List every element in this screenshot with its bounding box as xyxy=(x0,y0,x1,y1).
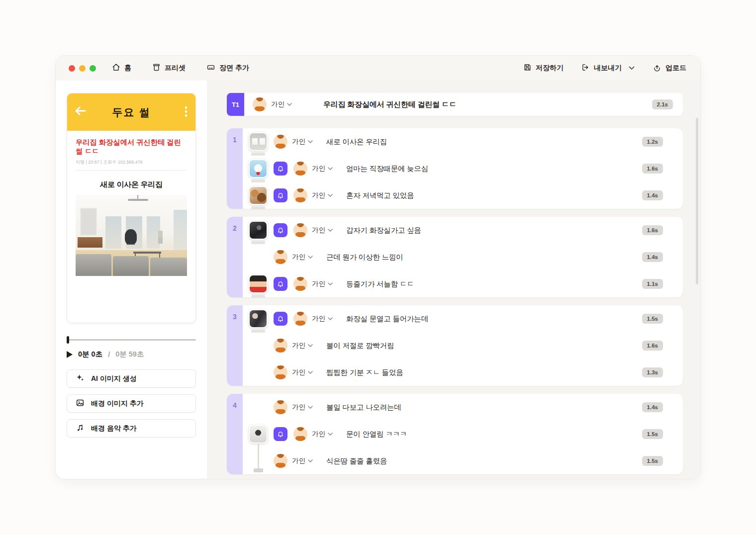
character-select[interactable]: 가인 xyxy=(312,279,333,288)
script-row: 가인 불이 저절로 깜빡거림 1.6s xyxy=(243,332,683,359)
floor-lamp-stand xyxy=(258,444,259,469)
bell-icon[interactable] xyxy=(274,162,287,176)
duration-badge[interactable]: 1.3s xyxy=(642,367,663,377)
character-select[interactable]: 가인 xyxy=(312,430,333,439)
upload-button[interactable]: 업로드 xyxy=(653,63,686,73)
script-line[interactable]: 불이 저절로 깜빡거림 xyxy=(326,341,394,351)
export-dropdown-chevron[interactable] xyxy=(629,66,635,70)
title-track-row[interactable]: T1 가인 우리집 화장실에서 귀신한테 걸린썰 ㄷㄷ 2.1s xyxy=(227,93,683,116)
character-avatar[interactable] xyxy=(274,365,287,379)
duration-badge[interactable]: 1.2s xyxy=(642,137,663,147)
character-select[interactable]: 가인 xyxy=(271,100,292,109)
character-select[interactable]: 가인 xyxy=(312,314,333,323)
character-avatar[interactable] xyxy=(274,400,287,414)
image-icon xyxy=(76,398,85,409)
menu-home[interactable]: 홈 xyxy=(112,63,131,73)
character-select[interactable]: 가인 xyxy=(292,137,313,146)
timeline-scrollbar[interactable] xyxy=(696,118,698,284)
bell-icon[interactable] xyxy=(274,277,287,291)
character-select[interactable]: 가인 xyxy=(312,164,333,173)
bell-icon[interactable] xyxy=(274,312,287,326)
character-avatar[interactable] xyxy=(274,250,287,264)
bell-icon[interactable] xyxy=(274,223,287,237)
add-background-image-button[interactable]: 배경 이미지 추가 xyxy=(67,394,196,413)
script-line[interactable]: 등줄기가 서늘함 ㄷㄷ xyxy=(346,279,414,289)
menu-add-scene[interactable]: 장면 추가 xyxy=(206,63,249,73)
character-select[interactable]: 가인 xyxy=(292,368,313,377)
character-select[interactable]: 가인 xyxy=(312,191,333,200)
character-avatar[interactable] xyxy=(293,277,307,291)
script-line[interactable]: 갑자기 화장실가고 싶음 xyxy=(346,226,421,235)
character-name: 가인 xyxy=(292,341,305,350)
character-avatar[interactable] xyxy=(293,162,307,176)
zoom-button[interactable] xyxy=(90,65,96,72)
duration-badge[interactable]: 1.6s xyxy=(642,341,663,351)
script-line[interactable]: 엄마는 직장때문에 늦으심 xyxy=(346,164,428,174)
duration-badge[interactable]: 1.1s xyxy=(642,279,663,289)
duration-badge[interactable]: 2.1s xyxy=(652,99,673,109)
character-avatar[interactable] xyxy=(293,188,307,202)
character-avatar[interactable] xyxy=(293,223,307,237)
thumbnail-bathroom-photo[interactable] xyxy=(249,309,268,328)
character-avatar[interactable] xyxy=(293,312,307,326)
duration-badge[interactable]: 1.4s xyxy=(642,402,663,412)
phone-preview-body: 우리집 화장실에서 귀신한테 걸린썰 ㄷㄷ 익명 | 20:57 | 조회수 1… xyxy=(67,131,195,276)
script-line[interactable]: 볼일 다보고 나오려는데 xyxy=(326,403,401,412)
time-total: 0분 59초 xyxy=(115,350,144,359)
thumbnail-shinchan-photo[interactable] xyxy=(249,274,268,293)
scene-card-2: 2 가인 갑자기 화장실가고 싶음 1.6s 가인 근데 뭔가 이 xyxy=(227,217,683,297)
character-select[interactable]: 가인 xyxy=(292,253,313,262)
export-button[interactable]: 내보내기 xyxy=(581,63,622,73)
script-line[interactable]: 식은땀 줄줄 흘렸음 xyxy=(326,456,387,466)
character-select[interactable]: 가인 xyxy=(292,456,313,465)
add-background-image-label: 배경 이미지 추가 xyxy=(91,399,144,408)
character-avatar[interactable] xyxy=(274,339,287,353)
character-avatar[interactable] xyxy=(274,454,287,468)
title-script-line[interactable]: 우리집 화장실에서 귀신한테 걸린썰 ㄷㄷ xyxy=(323,100,456,109)
toolbar-actions: 저장하기 내보내기 업로드 xyxy=(505,63,686,73)
bell-icon[interactable] xyxy=(274,427,287,441)
bell-icon[interactable] xyxy=(274,188,287,202)
ai-image-generate-button[interactable]: AI 이미지 생성 xyxy=(67,369,196,388)
script-line[interactable]: 새로 이사온 우리집 xyxy=(326,137,387,147)
play-icon[interactable] xyxy=(67,351,73,358)
character-avatar[interactable] xyxy=(274,135,287,149)
duration-badge[interactable]: 1.4s xyxy=(642,190,663,200)
duration-badge[interactable]: 1.5s xyxy=(642,456,663,466)
thumbnail-doraemon-photo[interactable] xyxy=(249,159,268,178)
upload-label: 업로드 xyxy=(665,64,686,73)
character-select[interactable]: 가인 xyxy=(312,226,333,235)
character-avatar[interactable] xyxy=(253,97,267,111)
thumbnail-food-photo[interactable] xyxy=(249,186,268,205)
script-line[interactable]: 찝찝한 기분 ㅈㄴ 들었음 xyxy=(326,368,403,377)
character-select[interactable]: 가인 xyxy=(292,403,313,412)
script-line[interactable]: 문이 안열림 ㅋㅋㅋ xyxy=(346,430,407,439)
thumbnail-caption xyxy=(251,295,265,298)
duration-badge[interactable]: 1.6s xyxy=(642,225,663,235)
slider-track[interactable] xyxy=(68,339,196,341)
kebab-menu-icon[interactable] xyxy=(185,106,188,117)
minimize-button[interactable] xyxy=(79,65,86,72)
save-label: 저장하기 xyxy=(536,64,564,73)
back-arrow-icon[interactable] xyxy=(74,105,87,116)
thumbnail-lamp-photo[interactable] xyxy=(249,425,268,444)
thumbnail-caption xyxy=(251,241,265,244)
character-avatar[interactable] xyxy=(293,427,307,441)
thumbnail-washer-photo[interactable] xyxy=(249,132,268,151)
duration-badge[interactable]: 1.4s xyxy=(642,252,663,262)
chevron-down-icon xyxy=(328,167,333,170)
script-line[interactable]: 화장실 문열고 들어가는데 xyxy=(346,314,428,324)
duration-badge[interactable]: 1.5s xyxy=(642,314,663,324)
script-line[interactable]: 혼자 저녁먹고 있었음 xyxy=(346,191,414,200)
menu-preset[interactable]: 프리셋 xyxy=(152,63,186,73)
script-line[interactable]: 근데 뭔가 이상한 느낌이 xyxy=(326,253,403,262)
duration-badge[interactable]: 1.6s xyxy=(642,164,663,174)
playback-slider[interactable] xyxy=(67,336,196,344)
close-button[interactable] xyxy=(69,65,75,72)
slider-handle[interactable] xyxy=(67,336,69,344)
save-button[interactable]: 저장하기 xyxy=(523,63,564,73)
add-background-music-button[interactable]: 배경 음악 추가 xyxy=(67,419,196,438)
character-select[interactable]: 가인 xyxy=(292,341,313,350)
thumbnail-dark-photo[interactable] xyxy=(249,221,268,240)
duration-badge[interactable]: 1.5s xyxy=(642,429,663,439)
